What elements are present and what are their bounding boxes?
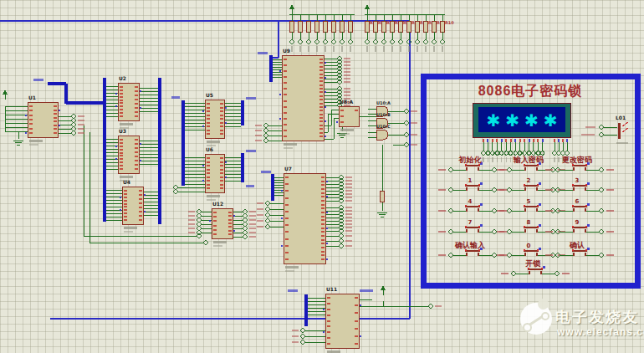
resistor[interactable] (315, 14, 319, 52)
chip-u1[interactable]: U1 (25, 95, 60, 146)
chip-u7[interactable]: U7 (281, 166, 328, 272)
chip-u3[interactable]: U3 (115, 128, 141, 182)
keypad-button[interactable]: 开锁 (501, 259, 570, 275)
resistor[interactable]: R7 (416, 14, 427, 52)
led-ray (622, 128, 628, 132)
terminal-name-mark (344, 95, 350, 96)
keypad-button[interactable]: 9 (545, 219, 614, 233)
terminal-name-mark (425, 46, 427, 52)
keypad-button[interactable]: 4 (438, 198, 507, 212)
keypad-button-label: 更改密码 (562, 156, 592, 164)
resistor-body (365, 21, 370, 32)
switch-bar (572, 250, 587, 252)
chip-u4[interactable]: U4 (120, 179, 146, 233)
pin-number-mark (319, 62, 323, 64)
pin-number-mark (319, 106, 323, 108)
keypad-button[interactable]: 确认输入 (438, 241, 507, 257)
chip-u2[interactable]: U2 (115, 75, 141, 129)
keypad-button[interactable]: 2 (497, 177, 565, 192)
pin-number-mark (120, 152, 123, 154)
chip-u9[interactable]: U9 (279, 48, 326, 149)
lcd-pin-mark (501, 139, 503, 142)
keypad-button[interactable]: 5 (497, 198, 565, 212)
terminal (324, 40, 327, 43)
resistor[interactable] (340, 14, 345, 52)
pin-state-mark (202, 110, 204, 112)
keypad-button[interactable]: 6 (545, 198, 614, 212)
pin-number-mark (124, 197, 127, 198)
switch-dot (524, 184, 526, 187)
resistor[interactable]: R1 (365, 14, 376, 52)
pin-number-mark (327, 303, 330, 304)
pin-state-mark (59, 125, 60, 126)
keypad-button[interactable]: 更改密码 (545, 156, 614, 171)
terminal (416, 40, 419, 43)
resistor[interactable] (290, 14, 294, 52)
switch-bar (572, 206, 587, 207)
chip-u11[interactable]: U11 (323, 286, 361, 353)
keypad-button[interactable]: 1 (438, 177, 507, 192)
resistor[interactable] (324, 14, 328, 52)
terminal (449, 188, 452, 192)
pin-number-mark (284, 118, 287, 120)
pin-number-mark (120, 139, 123, 141)
pin-state-mark (120, 209, 121, 211)
chip-u5[interactable]: U5 (202, 92, 227, 146)
pin-number-mark (355, 312, 358, 314)
led-l01[interactable]: L01 (581, 115, 628, 144)
terminal (340, 234, 343, 238)
terminal-name-mark (299, 46, 301, 52)
resistor[interactable]: R2 (374, 14, 385, 52)
resistor[interactable]: R4 (391, 14, 401, 52)
bus-label-mark (246, 150, 256, 152)
pin-number-mark (321, 239, 325, 241)
pin-number-mark (120, 161, 123, 163)
elecfans-logo-icon (520, 303, 552, 335)
chip-u8-a[interactable]: U8:A (336, 99, 359, 135)
keypad-button[interactable]: 8 (497, 219, 565, 233)
resistor[interactable]: R8 (424, 14, 435, 52)
switch-post (536, 208, 538, 212)
pin-state-mark (325, 136, 326, 137)
keypad-button[interactable]: 7 (438, 219, 507, 233)
terminal (405, 110, 408, 113)
bus-wire (269, 55, 273, 82)
resistor[interactable]: R5 (399, 14, 410, 52)
bus-wire (64, 84, 68, 104)
keypad-button[interactable]: 初始化 (438, 156, 507, 171)
switch-post (536, 229, 538, 233)
keypad-button[interactable]: 0 (497, 243, 565, 257)
terminal-name-mark (345, 193, 352, 195)
chip-u6[interactable]: U6 (202, 146, 227, 201)
switch-post (573, 253, 575, 257)
terminal-name-mark (341, 46, 343, 52)
resistor[interactable]: R10 (441, 14, 455, 52)
keypad-button[interactable]: 3 (545, 177, 614, 192)
pin-number-mark (321, 251, 325, 253)
switch-post (478, 229, 479, 233)
switch-bar (572, 165, 587, 166)
pin-number-mark (124, 212, 127, 214)
resistor[interactable]: R6 (407, 14, 418, 52)
pin-number-mark (355, 343, 358, 345)
pin-number-mark (319, 99, 323, 100)
resistor[interactable] (307, 14, 311, 52)
chip-u12[interactable]: U12 (209, 201, 235, 247)
switch-post (466, 187, 468, 192)
pin-number-mark (220, 165, 223, 166)
keypad-button[interactable]: 输入密码 (497, 156, 565, 171)
terminal (174, 186, 177, 189)
terminal (491, 151, 494, 155)
terminal-name-mark (78, 132, 84, 134)
switch-state-mark (480, 203, 483, 206)
keypad-button[interactable]: 确认 (545, 241, 614, 257)
pin-number-mark (321, 200, 325, 202)
lcd-display[interactable]: ✱✱✱✱ (473, 103, 571, 138)
resistor[interactable]: R9 (432, 14, 443, 52)
resistor[interactable] (349, 14, 353, 52)
resistor[interactable] (299, 14, 303, 52)
terminal-name-mark (255, 135, 262, 136)
resistor[interactable]: R3 (382, 14, 393, 52)
terminal-name-mark (581, 134, 595, 136)
resistor[interactable] (332, 14, 336, 52)
